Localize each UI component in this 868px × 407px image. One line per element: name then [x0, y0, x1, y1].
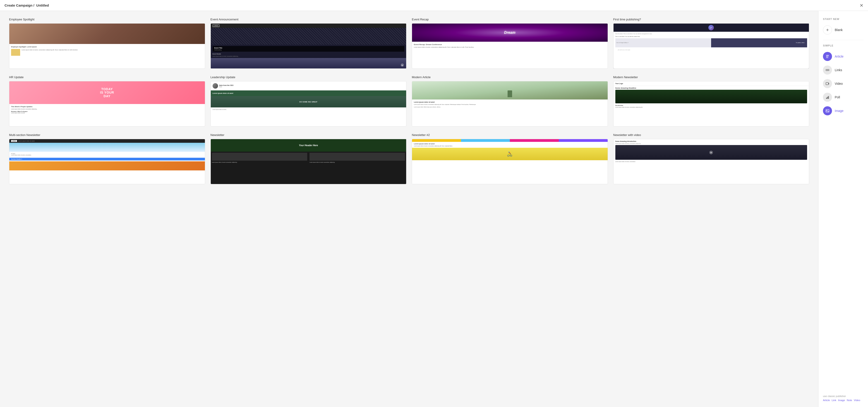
template-item-hr-update[interactable]: HR Update TODAYIS YOURDAY This Week's Pe… [9, 76, 205, 126]
main-content: Employee Spotlight Employee Spotlight: L… [0, 11, 818, 407]
template-thumbnail: LOGO Lorem ipsum dolor sit amet Hi Team,… [9, 139, 205, 184]
svg-rect-6 [826, 83, 828, 85]
thumb-hero-image [412, 81, 608, 99]
breadcrumb: Create Campaign / [4, 3, 34, 7]
thumb-color-yellow [412, 139, 461, 142]
thumb-img-placeholder-2 [309, 153, 405, 161]
template-label: Modern Newsletter [613, 76, 809, 79]
template-item-newsletter-2[interactable]: Newsletter #2 Lorem ipsum dolor sit amet… [412, 133, 608, 184]
template-label: Multi-section Newsletter [9, 133, 205, 137]
thumb-header-text: Your Header Here [299, 144, 318, 147]
thumb-body: This is a text block. You can edit the c… [615, 36, 807, 38]
sidebar-item-label-video: Video [835, 82, 843, 85]
template-item-modern-newsletter[interactable]: Modern Newsletter Your Logo Some Amazing… [613, 76, 809, 126]
thumb-content-title: This Week's People Updates [11, 106, 203, 108]
template-label: HR Update [9, 76, 205, 79]
thumb-color-bar [412, 139, 608, 142]
thumb-bottom-image: 🚴 [412, 148, 608, 160]
sidebar-item-label-blank: Blank [835, 28, 843, 32]
sidebar-item-label-image: Image [835, 109, 843, 113]
thumb-intro-body: Lorem ipsum dolor sit amet, consectetur … [615, 107, 807, 108]
thumb-body: Lorem ipsum dolor sit amet, consectetur. [11, 154, 203, 156]
thumb-color-blue [461, 139, 510, 142]
thumb-logo-text: Lorem ipsum dolor sit amet [18, 140, 35, 142]
video-icon [826, 82, 830, 86]
template-thumbnail: Note from the CEO from Lorem ipsum dolor… [211, 81, 407, 126]
classic-link-link[interactable]: Link [832, 399, 836, 402]
template-item-multi-section[interactable]: Multi-section Newsletter LOGO Lorem ipsu… [9, 133, 205, 184]
thumb-today-text: TODAYIS YOURDAY [100, 87, 114, 98]
sidebar-item-image[interactable]: Image [823, 105, 864, 117]
thumb-event-content: Event Details Lorem ipsum dolor sit amet… [211, 53, 406, 57]
template-item-first-time[interactable]: First time publishing? 🕊 Click this bloc… [613, 18, 809, 69]
thumb-content: Lorem ipsum dolor sit amet Lorem ipsum d… [412, 99, 608, 110]
template-item-newsletter-video[interactable]: Newsletter with video Some Amazing Intro… [613, 133, 809, 184]
classic-link-note[interactable]: Note [847, 399, 852, 402]
article-icon [826, 54, 830, 58]
thumb-content: Employee Spotlight: Lorem Ipsum Lorem ip… [9, 44, 205, 58]
thumb-headline: Some Amazing Introduction [614, 139, 809, 143]
template-label: First time publishing? [613, 18, 809, 21]
classic-publisher-label: use classic publisher [823, 395, 864, 398]
close-button[interactable]: ✕ [860, 3, 864, 8]
sidebar-item-links[interactable]: Links [823, 64, 864, 76]
classic-link-article[interactable]: Article [823, 399, 830, 402]
thumb-hint: Click this block. This is a text block. … [615, 33, 807, 35]
thumb-body: Lorem ipsum dolor sit amet, consectetur … [414, 47, 606, 48]
thumb-content: This Week's People Updates Lorem ipsum d… [9, 104, 205, 126]
thumb-event-strip-text: DO SOME ING GREAT [300, 101, 317, 103]
thumb-sub: Lorem ipsum dolor sit amet, consectetur … [614, 143, 809, 145]
classic-link-image[interactable]: Image [838, 399, 845, 402]
thumb-event-subtitle: Subheading [214, 49, 403, 51]
header-title: Create Campaign / Untitled [4, 3, 49, 7]
template-thumbnail: Some Amazing Introduction Lorem ipsum do… [613, 139, 809, 184]
svg-rect-8 [827, 97, 828, 99]
thumb-hero-image [9, 24, 205, 44]
svg-rect-5 [826, 58, 828, 58]
thumb-green-banner: Lorem ipsum dolor sit amet [211, 90, 406, 96]
sidebar-icon-video [823, 79, 832, 88]
header: Create Campaign / Untitled ✕ [0, 0, 868, 11]
thumb-img-placeholder [212, 153, 307, 161]
template-item-modern-article[interactable]: Modern Article Lorem ipsum dolor sit ame… [412, 76, 608, 126]
template-item-event-recap[interactable]: Event Recap Dream Event Recap: Dream Con… [412, 18, 608, 69]
thumb-body: Lorem ipsum dolor sit amet, consectetur … [414, 104, 606, 105]
sidebar-icon-article [823, 52, 832, 61]
thumb-image-label: I am an Image Gallery ✦ [616, 42, 629, 44]
layout: Employee Spotlight Employee Spotlight: L… [0, 11, 868, 407]
sidebar-item-article[interactable]: Article [823, 50, 864, 63]
sidebar-item-poll[interactable]: Poll [823, 91, 864, 104]
template-item-event-announcement[interactable]: Event Announcement LOGO Event Title Subh… [211, 18, 407, 69]
thumb-play-icon: ▶ [709, 151, 713, 154]
thumb-col-text: Lorem ipsum dolor sit amet consectetur a… [212, 162, 307, 163]
template-thumbnail: Your Header Here Lorem ipsum dolor sit a… [211, 139, 407, 184]
template-item-leadership-update[interactable]: Leadership Update Note from the CEO from… [211, 76, 407, 126]
thumb-body: Lorem ipsum dolor sit amet, consectetur … [11, 108, 203, 110]
sidebar-item-video[interactable]: Video [823, 77, 864, 90]
svg-rect-7 [826, 98, 827, 99]
classic-link-video[interactable]: Video [854, 399, 860, 402]
thumb-body: Lorem ipsum dolor sit amet, consectetur … [22, 49, 78, 51]
thumb-col-1: Lorem ipsum dolor sit amet consectetur a… [211, 152, 309, 164]
thumb-article-title: Lorem ipsum dolor sit amet [414, 101, 606, 103]
thumb-banner-text: Lorem ipsum dolor sit amet [213, 92, 405, 94]
thumb-hero-image [615, 90, 807, 103]
sidebar-icon-blank [823, 25, 832, 34]
sidebar-divider [823, 40, 864, 40]
template-thumbnail: Your Logo Some Amazing Headline Introduc… [613, 81, 809, 126]
template-thumbnail: Dream Event Recap: Dream Conference Lore… [412, 23, 608, 69]
template-label: Event Announcement [211, 18, 407, 21]
thumb-content: Hi Team, Lorem ipsum dolor sit amet, con… [9, 152, 205, 157]
sidebar-icon-links [823, 65, 832, 75]
thumb-intro-title: Introduction [615, 105, 807, 106]
thumb-logo-bar: LOGO [211, 24, 406, 28]
svg-rect-9 [828, 96, 829, 99]
template-thumbnail: TODAYIS YOURDAY This Week's People Updat… [9, 81, 205, 126]
thumb-img [11, 49, 20, 56]
template-item-employee-spotlight[interactable]: Employee Spotlight Employee Spotlight: L… [9, 18, 205, 69]
thumb-photo-strip: ▶ [211, 58, 406, 68]
svg-rect-4 [826, 57, 828, 57]
thumb-logo-icon: 🕊 [708, 25, 714, 30]
sidebar-item-blank[interactable]: Blank [823, 24, 864, 36]
template-item-newsletter[interactable]: Newsletter Your Header Here Lorem ipsum … [211, 133, 407, 184]
